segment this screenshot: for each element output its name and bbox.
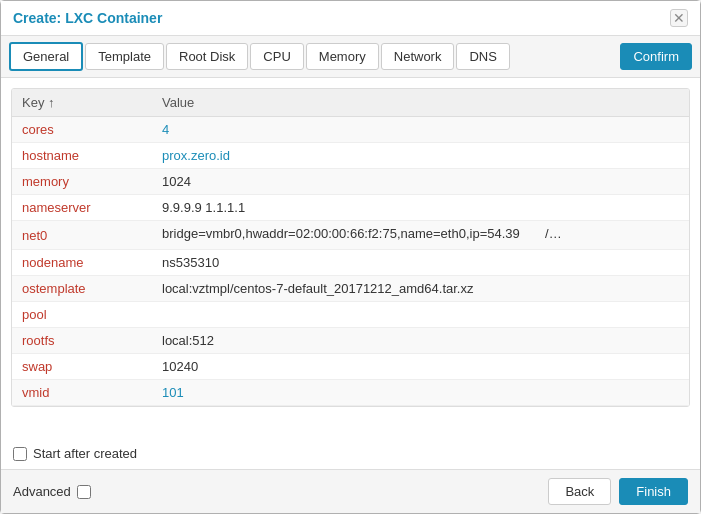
tab-template[interactable]: Template bbox=[85, 43, 164, 70]
cell-key: vmid bbox=[12, 380, 152, 406]
cell-key: nodename bbox=[12, 250, 152, 276]
tab-cpu[interactable]: CPU bbox=[250, 43, 303, 70]
table-row: net0 bridge=vmbr0,hwaddr=02:00:00:66:f2:… bbox=[12, 221, 689, 250]
tab-memory[interactable]: Memory bbox=[306, 43, 379, 70]
advanced-checkbox[interactable] bbox=[77, 485, 91, 499]
summary-table-container: Key ↑ Value cores 4 hostname prox.zero.i… bbox=[11, 88, 690, 407]
tab-dns[interactable]: DNS bbox=[456, 43, 509, 70]
tab-general[interactable]: General bbox=[9, 42, 83, 71]
cell-key: swap bbox=[12, 354, 152, 380]
cell-key: memory bbox=[12, 169, 152, 195]
start-after-checkbox[interactable] bbox=[13, 447, 27, 461]
advanced-label: Advanced bbox=[13, 484, 71, 499]
table-row: memory 1024 bbox=[12, 169, 689, 195]
cell-value: ns535310 bbox=[152, 250, 689, 276]
table-header-row: Key ↑ Value bbox=[12, 89, 689, 117]
footer-area: Start after created bbox=[1, 438, 700, 469]
tab-bar: General Template Root Disk CPU Memory Ne… bbox=[1, 36, 700, 78]
cell-key: hostname bbox=[12, 143, 152, 169]
table-row: nameserver 9.9.9.9 1.1.1.1 bbox=[12, 195, 689, 221]
tab-confirm[interactable]: Confirm bbox=[620, 43, 692, 70]
dialog-header: Create: LXC Container ✕ bbox=[1, 1, 700, 36]
finish-button[interactable]: Finish bbox=[619, 478, 688, 505]
summary-table: Key ↑ Value cores 4 hostname prox.zero.i… bbox=[12, 89, 689, 406]
col-key: Key ↑ bbox=[12, 89, 152, 117]
bottom-bar: Advanced Back Finish bbox=[1, 469, 700, 513]
table-row: swap 10240 bbox=[12, 354, 689, 380]
cell-value: 10240 bbox=[152, 354, 689, 380]
cell-value: 101 bbox=[152, 380, 689, 406]
start-after-text: Start after created bbox=[33, 446, 137, 461]
cell-value: local:512 bbox=[152, 328, 689, 354]
cell-value bbox=[152, 302, 689, 328]
dialog-title: Create: LXC Container bbox=[13, 10, 162, 26]
table-row: rootfs local:512 bbox=[12, 328, 689, 354]
cell-key: rootfs bbox=[12, 328, 152, 354]
cell-key: nameserver bbox=[12, 195, 152, 221]
cell-key: cores bbox=[12, 117, 152, 143]
back-button[interactable]: Back bbox=[548, 478, 611, 505]
cell-value: 1024 bbox=[152, 169, 689, 195]
table-row: ostemplate local:vztmpl/centos-7-default… bbox=[12, 276, 689, 302]
cell-value: prox.zero.id bbox=[152, 143, 689, 169]
tab-network[interactable]: Network bbox=[381, 43, 455, 70]
cell-value: 9.9.9.9 1.1.1.1 bbox=[152, 195, 689, 221]
col-value: Value bbox=[152, 89, 689, 117]
advanced-area: Advanced bbox=[13, 484, 91, 499]
table-row: vmid 101 bbox=[12, 380, 689, 406]
cell-value: local:vztmpl/centos-7-default_20171212_a… bbox=[152, 276, 689, 302]
table-row: hostname prox.zero.id bbox=[12, 143, 689, 169]
tab-root-disk[interactable]: Root Disk bbox=[166, 43, 248, 70]
cell-key: pool bbox=[12, 302, 152, 328]
dialog-content: Key ↑ Value cores 4 hostname prox.zero.i… bbox=[1, 78, 700, 438]
lxc-container-dialog: Create: LXC Container ✕ General Template… bbox=[0, 0, 701, 514]
cell-value: bridge=vmbr0,hwaddr=02:00:00:66:f2:75,na… bbox=[152, 221, 689, 250]
start-after-label[interactable]: Start after created bbox=[13, 446, 137, 461]
cell-value: 4 bbox=[152, 117, 689, 143]
table-row: nodename ns535310 bbox=[12, 250, 689, 276]
close-button[interactable]: ✕ bbox=[670, 9, 688, 27]
cell-key: net0 bbox=[12, 221, 152, 250]
cell-key: ostemplate bbox=[12, 276, 152, 302]
table-row: cores 4 bbox=[12, 117, 689, 143]
table-row: pool bbox=[12, 302, 689, 328]
